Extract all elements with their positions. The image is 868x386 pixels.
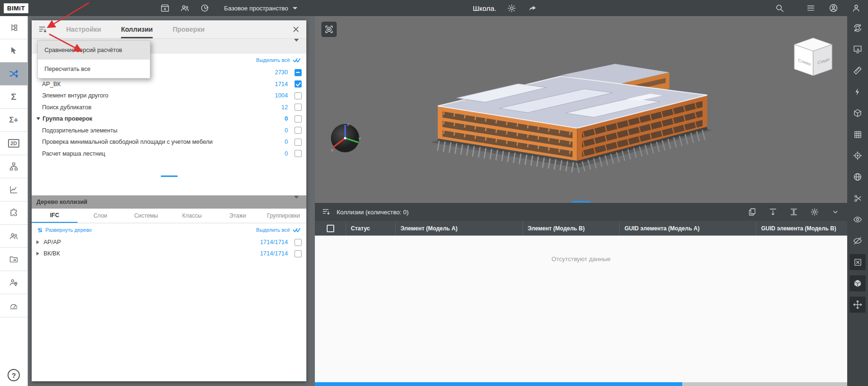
checkbox[interactable] [295, 115, 302, 123]
target-icon[interactable] [850, 148, 866, 164]
sum-icon[interactable]: Σ [0, 86, 27, 109]
checkbox[interactable] [295, 250, 302, 257]
double-check-icon[interactable] [293, 227, 301, 233]
check-row[interactable]: Поиск дубликатов 12 [32, 102, 306, 114]
checkbox[interactable] [295, 127, 302, 134]
collapse-panel-icon[interactable] [831, 208, 840, 216]
check-row[interactable]: Элемент внтури другого 1004 [32, 90, 306, 102]
plugins-icon[interactable] [0, 202, 27, 225]
table-resize-handle[interactable] [572, 201, 590, 202]
expander-icon[interactable] [36, 252, 39, 255]
expand-collapse-icon[interactable] [37, 227, 43, 233]
history-icon[interactable] [200, 3, 210, 13]
column-status[interactable]: Статус [346, 221, 396, 236]
tree-row[interactable]: АР/АР 1714/1714 [32, 237, 306, 248]
expander-icon[interactable] [36, 117, 40, 120]
table-menu-icon[interactable] [321, 207, 331, 217]
orbit-icon[interactable] [850, 20, 866, 36]
users-icon[interactable] [0, 225, 27, 248]
collision-tree-header[interactable]: Дерево коллизий [32, 195, 306, 209]
tree-tab-groups[interactable]: Группировки [260, 209, 306, 223]
column-element-a[interactable]: Элемент (Модель A) [396, 221, 523, 236]
eye-icon[interactable] [850, 211, 866, 228]
sum-add-icon[interactable]: Σ+ [0, 109, 27, 132]
hide-selected-icon[interactable] [850, 254, 866, 270]
move-gizmo-icon[interactable] [850, 297, 866, 313]
eye-off-icon[interactable] [850, 233, 866, 249]
focus-view-button[interactable] [321, 22, 337, 37]
account-circle-icon[interactable] [828, 3, 839, 13]
tree-row[interactable]: ВК/ВК 1714/1714 [32, 248, 306, 259]
user-icon[interactable] [851, 3, 861, 13]
select-all-checkbox[interactable] [327, 225, 334, 232]
check-row[interactable]: Подозрительные элементы 0 [32, 125, 306, 137]
section-plane-icon[interactable] [850, 105, 866, 121]
lightning-icon[interactable] [850, 84, 866, 100]
column-guid-a[interactable]: GUID элемента (Модель A) [620, 221, 756, 236]
tab-checks[interactable]: Проверки [173, 20, 205, 38]
user-location-icon[interactable] [0, 271, 27, 294]
screen-select-icon[interactable] [850, 41, 866, 57]
menu-item-recalculate-all[interactable]: Пересчитать все [38, 59, 150, 78]
team-icon[interactable] [180, 3, 190, 13]
check-row[interactable]: Проверка минимальной свободной площади с… [32, 136, 306, 148]
checkbox[interactable] [295, 69, 302, 76]
hierarchy-icon[interactable] [0, 155, 27, 178]
copy-icon[interactable] [748, 208, 756, 216]
tab-settings[interactable]: Настройки [66, 20, 101, 38]
viewport-3d[interactable]: Слева Сзади Z Y X Коллизии (количес [315, 16, 847, 386]
collisions-tool-icon[interactable] [0, 62, 27, 86]
tree-tab-classes[interactable]: Классы [169, 209, 215, 223]
tree-tab-layers[interactable]: Слои [78, 209, 123, 223]
workspace-selector[interactable]: Базовое пространство [224, 5, 298, 12]
scrollbar-thumb[interactable] [315, 382, 682, 386]
scissors-icon[interactable] [850, 190, 866, 206]
check-row[interactable]: АР_ВК 1714 [32, 79, 306, 90]
export-folder-icon[interactable] [0, 248, 27, 271]
menu-item-compare-versions[interactable]: Сравнение версий расчётов [38, 41, 150, 59]
dashboard-gauge-icon[interactable] [0, 294, 27, 317]
expander-icon[interactable] [36, 240, 39, 244]
panel-menu-icon[interactable] [38, 25, 48, 35]
view-2d-icon[interactable]: 2D [0, 132, 27, 155]
gear-icon[interactable] [507, 3, 517, 13]
tree-tab-systems[interactable]: Системы [123, 209, 169, 223]
checkbox[interactable] [295, 80, 302, 88]
grid-icon[interactable] [850, 126, 866, 142]
table-settings-icon[interactable] [810, 208, 819, 216]
tree-tab-ifc[interactable]: IFC [32, 209, 78, 223]
checkbox[interactable] [295, 239, 302, 246]
select-cursor-icon[interactable] [0, 39, 27, 62]
column-guid-b[interactable]: GUID элемента (Модель B) [756, 221, 847, 236]
tree-tab-floors[interactable]: Этажи [215, 209, 260, 223]
checkbox[interactable] [295, 104, 302, 111]
model-tree-icon[interactable] [0, 16, 27, 39]
close-icon[interactable] [292, 26, 300, 33]
help-icon[interactable]: ? [8, 369, 20, 381]
measure-icon[interactable] [850, 62, 866, 79]
expand-tree-link[interactable]: Развернуть дерево [45, 227, 92, 233]
checkbox[interactable] [295, 150, 302, 157]
fit-row-height-icon[interactable] [790, 208, 798, 216]
select-all-link[interactable]: Выделить всё [256, 57, 290, 63]
tab-collisions[interactable]: Коллизии [121, 20, 153, 38]
chart-icon[interactable] [0, 178, 27, 202]
menu-list-icon[interactable] [806, 3, 816, 13]
check-row[interactable]: Расчет марша лестниц 0 [32, 148, 306, 160]
double-check-icon[interactable] [293, 57, 301, 63]
column-element-b[interactable]: Элемент (Модель B) [523, 221, 620, 236]
section-resize-handle[interactable] [161, 175, 178, 177]
fit-column-height-icon[interactable] [769, 208, 777, 216]
checkbox[interactable] [295, 139, 302, 146]
sphere-icon[interactable] [850, 169, 866, 185]
tree-select-all-link[interactable]: Выделить всё [256, 227, 290, 233]
chevron-down-icon[interactable] [294, 199, 299, 205]
check-group-row[interactable]: Группа проверок 0 [32, 113, 306, 125]
checkbox[interactable] [295, 92, 302, 99]
package-icon[interactable] [160, 3, 170, 13]
cube-icon[interactable] [850, 275, 866, 291]
search-icon[interactable] [774, 3, 785, 13]
share-icon[interactable] [528, 3, 538, 13]
navigation-cube[interactable]: Слева Сзади [791, 35, 835, 82]
chevron-down-icon[interactable] [294, 42, 299, 50]
